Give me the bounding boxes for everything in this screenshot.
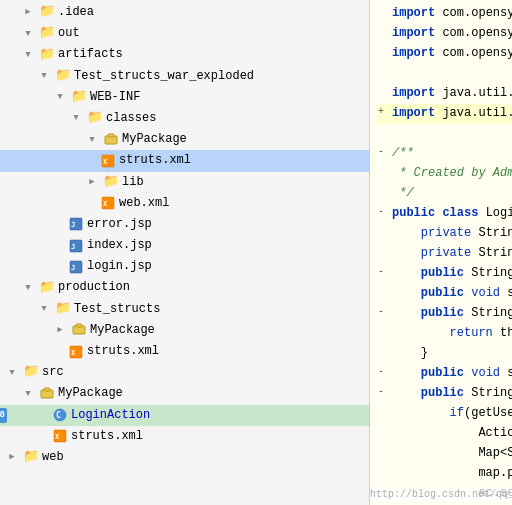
tree-item-idea[interactable]: ▶ 📁 .idea [0, 2, 369, 23]
gutter-fold[interactable]: - [378, 304, 392, 321]
code-line: public void se [378, 284, 512, 304]
tree-item-mypackage1[interactable]: ▼ MyPackage [0, 129, 369, 150]
folder-icon: 📁 [55, 301, 71, 317]
item-label: MyPackage [58, 384, 123, 403]
item-label: login.jsp [87, 257, 152, 276]
xml-icon: X [52, 428, 68, 444]
tree-item-loginjsp[interactable]: J login.jsp [0, 256, 369, 277]
tree-item-production[interactable]: ▼ 📁 production [0, 277, 369, 298]
tree-item-mypackage2[interactable]: ▶ MyPackage [0, 320, 369, 341]
code-line-import-highlight: + import java.util.M [378, 104, 512, 124]
code-text: import java.util.h [392, 84, 512, 104]
watermark-text: http://blog.csdn.net/qq_3532... [370, 488, 512, 501]
code-line: import com.opensym [378, 4, 512, 24]
collapse-icon: ▶ [84, 174, 100, 190]
code-line: } [378, 344, 512, 364]
tree-item-src[interactable]: ▼ 📁 src [0, 362, 369, 383]
expand-icon: ▼ [20, 26, 36, 42]
folder-icon: 📁 [39, 26, 55, 42]
tree-item-struts-xml-2[interactable]: X struts.xml [0, 341, 369, 362]
item-label: src [42, 363, 64, 382]
svg-text:J: J [71, 243, 75, 251]
code-text: import com.opensym [392, 4, 512, 24]
gutter-fold[interactable]: - [378, 264, 392, 281]
java-class-icon: C [52, 407, 68, 423]
code-editor-panel: import com.opensym import com.opensym im… [370, 0, 512, 505]
tree-item-webxml[interactable]: X web.xml [0, 193, 369, 214]
expand-icon: ▼ [20, 47, 36, 63]
expand-icon: ▼ [36, 68, 52, 84]
package-icon [71, 322, 87, 338]
code-text: */ [392, 184, 512, 204]
code-text: map.pu [392, 464, 512, 484]
folder-icon: 📁 [55, 68, 71, 84]
tree-item-mypackage3[interactable]: ▼ MyPackage [0, 383, 369, 404]
tree-item-test-structs[interactable]: ▼ 📁 Test_structs [0, 299, 369, 320]
code-text: Action [392, 424, 512, 444]
code-line: map.pu [378, 464, 512, 484]
expand-icon: ▼ [36, 301, 52, 317]
tree-item-artifacts[interactable]: ▼ 📁 artifacts [0, 44, 369, 65]
code-line: import com.opensym [378, 24, 512, 44]
tree-item-classes[interactable]: ▼ 📁 classes [0, 108, 369, 129]
package-icon [39, 386, 55, 402]
gutter-fold[interactable]: - [378, 384, 392, 401]
gutter-fold[interactable]: + [378, 104, 392, 121]
gutter-fold[interactable]: - [378, 364, 392, 381]
code-text: public String [392, 304, 512, 324]
code-line: Action [378, 424, 512, 444]
tree-item-struts-xml-3[interactable]: X struts.xml ◄ [0, 426, 369, 447]
tree-item-war-exploded[interactable]: ▼ 📁 Test_structs_war_exploded [0, 66, 369, 87]
code-text: import java.util.M [392, 104, 512, 124]
code-text: Map<S [392, 444, 512, 464]
tree-item-web[interactable]: ▶ 📁 web [0, 447, 369, 468]
code-line-field: private String [378, 244, 512, 264]
expand-icon: ▼ [52, 89, 68, 105]
svg-rect-13 [76, 324, 82, 327]
code-line-class: - public class Login [378, 204, 512, 224]
collapse-icon: ▶ [52, 322, 68, 338]
item-label: MyPackage [90, 321, 155, 340]
code-text: * Created by Adm [392, 164, 512, 184]
code-text: if(getUser [392, 404, 512, 424]
code-text: public void se [392, 364, 512, 384]
item-label: error.jsp [87, 215, 152, 234]
src-folder-icon: 📁 [23, 365, 39, 381]
tree-item-indexjsp[interactable]: J index.jsp [0, 235, 369, 256]
code-line [378, 64, 512, 84]
tree-item-struts-xml-1[interactable]: X struts.xml ◄ [0, 150, 369, 171]
item-label: Test_structs_war_exploded [74, 67, 254, 86]
item-label: web [42, 448, 64, 467]
folder-icon: 📁 [39, 5, 55, 21]
file-tree-panel: ▶ 📁 .idea ▼ 📁 out ▼ 📁 artifacts ▼ 📁 Test… [0, 0, 370, 505]
xml-icon: X [100, 153, 116, 169]
tree-item-webinf[interactable]: ▼ 📁 WEB-INF [0, 87, 369, 108]
svg-text:J: J [71, 264, 75, 272]
tree-item-loginaction[interactable]: 68 C LoginAction [0, 405, 369, 426]
code-text: import com.opensym [392, 24, 512, 44]
item-label: .idea [58, 3, 94, 22]
code-text: public String [392, 264, 512, 284]
item-label: LoginAction [71, 406, 150, 425]
code-line-javadoc: * Created by Adm [378, 164, 512, 184]
code-text: import com.opensym [392, 44, 512, 64]
code-line: import java.util.h [378, 84, 512, 104]
tree-item-lib[interactable]: ▶ 📁 lib [0, 172, 369, 193]
code-line-method: - public String [378, 384, 512, 404]
code-content: import com.opensym import com.opensym im… [370, 0, 512, 505]
item-label: Test_structs [74, 300, 160, 319]
item-label: struts.xml [119, 151, 191, 170]
item-label: MyPackage [122, 130, 187, 149]
xml-icon: X [100, 195, 116, 211]
svg-rect-1 [108, 134, 114, 137]
collapse-icon: ▶ [20, 5, 36, 21]
folder-icon: 📁 [87, 111, 103, 127]
code-text: /** [392, 144, 512, 164]
tree-item-errorjsp[interactable]: J error.jsp [0, 214, 369, 235]
tree-item-out[interactable]: ▼ 📁 out [0, 23, 369, 44]
gutter-fold[interactable]: - [378, 204, 392, 221]
code-line: - public void se [378, 364, 512, 384]
badge-68: 68 [0, 408, 7, 423]
expand-icon: ▼ [20, 386, 36, 402]
gutter-fold[interactable]: - [378, 144, 392, 161]
